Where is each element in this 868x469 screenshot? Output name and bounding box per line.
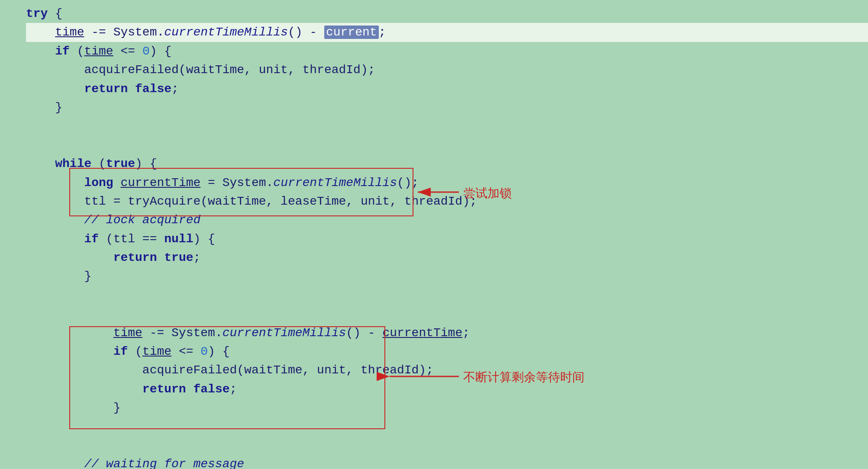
code-line-18: time -= System.currentTimeMillis() - cur… bbox=[26, 324, 868, 342]
highlight-current: current bbox=[324, 26, 379, 39]
code-line-25: // waiting for message bbox=[26, 455, 868, 469]
code-line-2: time -= System.currentTimeMillis() - cur… bbox=[26, 23, 868, 42]
blank-1 bbox=[26, 117, 868, 135]
annotation-recalculate: 不断计算剩余等待时间 bbox=[463, 368, 584, 386]
blank-6 bbox=[26, 436, 868, 455]
code-line-4: acquireFailed(waitTime, unit, threadId); bbox=[26, 61, 868, 79]
code-line-3: if (time <= 0) { bbox=[26, 42, 868, 61]
code-line-20: acquireFailed(waitTime, unit, threadId); bbox=[26, 361, 868, 379]
code-container: try { time -= System.currentTimeMillis()… bbox=[0, 0, 868, 469]
blank-2 bbox=[26, 136, 868, 154]
code-line-15: } bbox=[26, 267, 868, 286]
blank-5 bbox=[26, 418, 868, 436]
code-line-6: } bbox=[26, 98, 868, 117]
blank-3 bbox=[26, 286, 868, 305]
code-line-11: ttl = tryAcquire(waitTime, leaseTime, un… bbox=[26, 192, 868, 211]
code-line-14: return true; bbox=[26, 248, 868, 267]
code-line-9: while (true) { bbox=[26, 154, 868, 173]
code-line-5: return false; bbox=[26, 80, 868, 98]
code-line-13: if (ttl == null) { bbox=[26, 230, 868, 248]
annotation-try-acquire: 尝试加锁 bbox=[463, 184, 512, 202]
code-line-12: // lock acquired bbox=[26, 211, 868, 229]
code-line-10: long currentTime = System.currentTimeMil… bbox=[26, 173, 868, 192]
blank-4 bbox=[26, 305, 868, 323]
code-line-1: try { bbox=[26, 4, 868, 23]
code-line-21: return false; bbox=[26, 380, 868, 398]
code-line-22: } bbox=[26, 398, 868, 417]
code-line-19: if (time <= 0) { bbox=[26, 342, 868, 361]
